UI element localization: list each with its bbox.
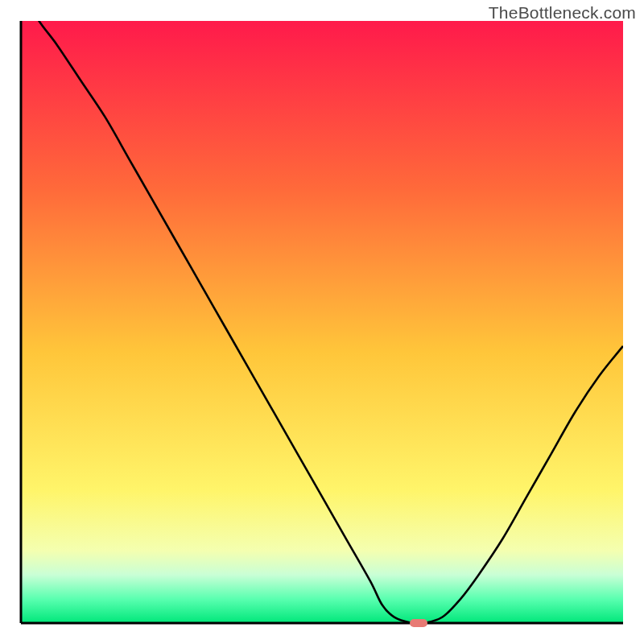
watermark-text: TheBottleneck.com	[489, 3, 636, 23]
optimal-point-marker	[410, 619, 427, 627]
chart-svg	[0, 0, 644, 644]
plot-background	[21, 21, 623, 623]
bottleneck-chart: TheBottleneck.com	[0, 0, 644, 644]
